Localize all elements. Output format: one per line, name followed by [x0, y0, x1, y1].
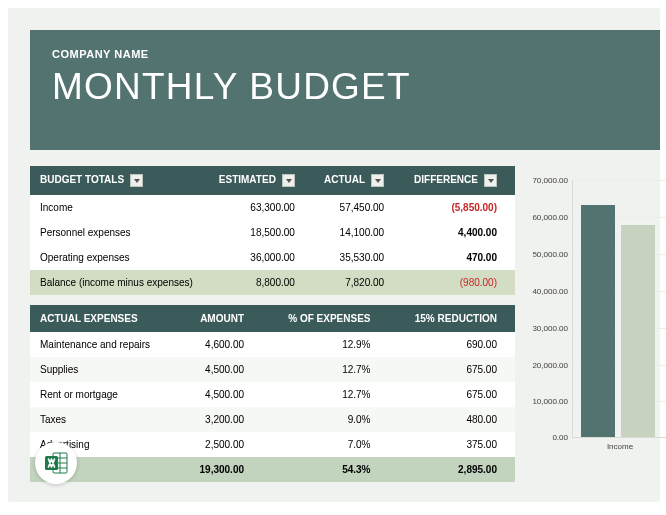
col-header-difference[interactable]: DIFFERENCE — [402, 166, 515, 195]
chart-plot-area — [572, 180, 666, 438]
ytick: 20,000.00 — [526, 361, 568, 370]
chart-category-label: Income — [572, 442, 666, 451]
actual-expenses-header-row: ACTUAL EXPENSES AMOUNT % OF EXPENSES 15%… — [30, 305, 515, 332]
table-row: Taxes 3,200.00 9.0% 480.00 — [30, 407, 515, 432]
company-name: COMPANY NAME — [52, 48, 638, 60]
income-chart: 70,000.00 60,000.00 50,000.00 40,000.00 … — [526, 180, 666, 470]
ytick: 30,000.00 — [526, 324, 568, 333]
col-header-actual[interactable]: ACTUAL — [313, 166, 402, 195]
hero-banner: COMPANY NAME MONTHLY BUDGET — [30, 30, 660, 150]
budget-totals-table: BUDGET TOTALS ESTIMATED ACTUAL DIFFERENC… — [30, 166, 515, 295]
ytick: 60,000.00 — [526, 213, 568, 222]
excel-icon[interactable] — [35, 442, 77, 484]
table-row: Advertising 2,500.00 7.0% 375.00 — [30, 432, 515, 457]
col-header-reduction[interactable]: 15% REDUCTION — [389, 305, 516, 332]
balance-row: Balance (income minus expenses) 8,800.00… — [30, 270, 515, 295]
filter-icon[interactable] — [371, 174, 384, 187]
ytick: 0.00 — [526, 433, 568, 442]
table-row: Rent or mortgage 4,500.00 12.7% 675.00 — [30, 382, 515, 407]
table-row: Maintenance and repairs 4,600.00 12.9% 6… — [30, 332, 515, 357]
table-row: Supplies 4,500.00 12.7% 675.00 — [30, 357, 515, 382]
table-row: Personnel expenses 18,500.00 14,100.00 4… — [30, 220, 515, 245]
col-header-amount[interactable]: AMOUNT — [180, 305, 262, 332]
col-header-budget-totals[interactable]: BUDGET TOTALS — [30, 166, 207, 195]
table-row: Operating expenses 36,000.00 35,530.00 4… — [30, 245, 515, 270]
filter-icon[interactable] — [282, 174, 295, 187]
filter-icon[interactable] — [484, 174, 497, 187]
svg-rect-5 — [45, 456, 58, 470]
filter-icon[interactable] — [130, 174, 143, 187]
page-title: MONTHLY BUDGET — [52, 66, 638, 108]
ytick: 10,000.00 — [526, 397, 568, 406]
ytick: 40,000.00 — [526, 287, 568, 296]
chart-bar-estimated — [581, 205, 615, 437]
actual-expenses-table: ACTUAL EXPENSES AMOUNT % OF EXPENSES 15%… — [30, 305, 515, 482]
col-header-estimated[interactable]: ESTIMATED — [207, 166, 313, 195]
chart-bar-actual — [621, 225, 655, 437]
ytick: 50,000.00 — [526, 250, 568, 259]
col-header-pct[interactable]: % OF EXPENSES — [262, 305, 388, 332]
ytick: 70,000.00 — [526, 176, 568, 185]
col-header-actual-expenses[interactable]: ACTUAL EXPENSES — [30, 305, 180, 332]
main-tables: BUDGET TOTALS ESTIMATED ACTUAL DIFFERENC… — [30, 166, 515, 482]
budget-totals-header-row: BUDGET TOTALS ESTIMATED ACTUAL DIFFERENC… — [30, 166, 515, 195]
total-row: 19,300.00 54.3% 2,895.00 — [30, 457, 515, 482]
table-row: Income 63,300.00 57,450.00 (5,850.00) — [30, 195, 515, 220]
spreadsheet-canvas: COMPANY NAME MONTHLY BUDGET BUDGET TOTAL… — [8, 8, 660, 502]
